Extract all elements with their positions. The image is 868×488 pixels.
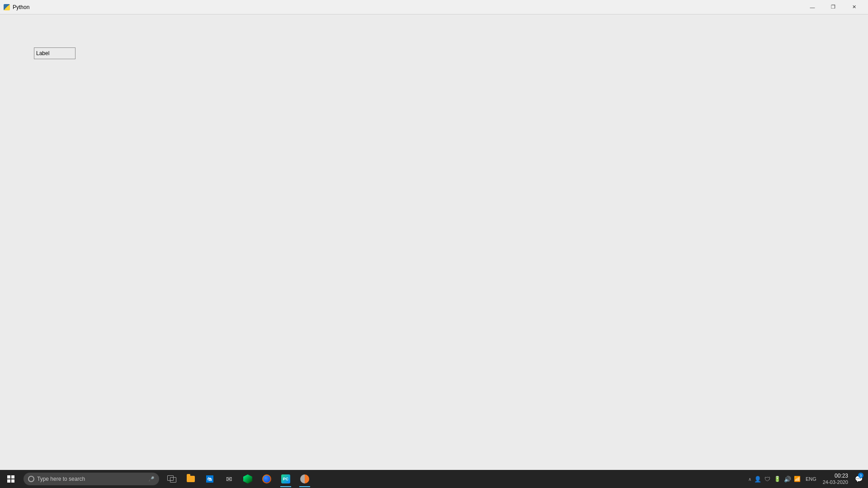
close-button[interactable]: ✕ (844, 0, 864, 14)
tray-icon-shield[interactable]: 🛡 (763, 470, 772, 488)
pycharm-icon: PC (281, 474, 290, 483)
store-icon: 🛍 (206, 475, 213, 483)
firefox-icon (262, 474, 271, 483)
language-indicator[interactable]: ENG (804, 476, 818, 482)
clock[interactable]: 00:23 24-03-2020 (820, 473, 851, 485)
search-placeholder: Type here to search (37, 476, 85, 482)
battery-icon: 🔋 (774, 476, 781, 482)
notification-button[interactable]: 💬 3 (853, 470, 864, 488)
maximize-button[interactable]: ❐ (823, 0, 844, 14)
task-view-icon (167, 475, 176, 483)
taskbar-right: ∧ 👤 🛡 🔋 🔊 📶 ENG 0 (745, 470, 868, 488)
volume-icon: 🔊 (784, 476, 791, 483)
taskbar-left: Type here to search 🎤 🛍 ✉ (0, 470, 314, 488)
label-widget: Label (34, 47, 75, 59)
tray-icon-connect[interactable]: 👤 (753, 470, 762, 488)
title-bar: Python — ❐ ✕ (0, 0, 868, 14)
microphone-icon: 🎤 (148, 476, 155, 482)
window-controls: — ❐ ✕ (802, 0, 864, 14)
taskbar-icon-task-view[interactable] (163, 470, 181, 488)
window-title: Python (13, 4, 29, 10)
main-content: Label (0, 14, 868, 470)
tray-icon-wifi[interactable]: 📶 (793, 470, 802, 488)
taskbar-icon-file-explorer[interactable] (182, 470, 200, 488)
tray-icon-battery[interactable]: 🔋 (773, 470, 782, 488)
taskbar-icon-mail[interactable]: ✉ (220, 470, 238, 488)
clock-date: 24-03-2020 (823, 479, 848, 485)
search-icon (28, 476, 34, 482)
taskbar-icon-pycharm[interactable]: PC (277, 470, 295, 488)
minimize-button[interactable]: — (802, 0, 823, 14)
taskbar-icon-jupyter[interactable] (296, 470, 314, 488)
taskbar-icon-predator[interactable] (239, 470, 257, 488)
taskbar-icon-store[interactable]: 🛍 (201, 470, 219, 488)
mail-icon: ✉ (226, 475, 232, 483)
tray-expand-icon[interactable]: ∧ (748, 477, 751, 482)
notification-badge: 3 (858, 473, 863, 478)
folder-icon (187, 476, 195, 482)
shield-icon: 🛡 (764, 476, 770, 483)
app-icon (4, 4, 10, 10)
title-bar-left: Python (4, 4, 29, 10)
label-text: Label (36, 50, 49, 56)
taskbar-icon-firefox[interactable] (258, 470, 276, 488)
taskbar: Type here to search 🎤 🛍 ✉ (0, 470, 868, 488)
clock-time: 00:23 (835, 473, 848, 479)
predator-icon (243, 474, 252, 483)
connect-icon: 👤 (754, 476, 761, 483)
tray-icons: 👤 🛡 🔋 🔊 📶 (753, 470, 802, 488)
start-button[interactable] (0, 470, 22, 488)
search-bar[interactable]: Type here to search 🎤 (24, 473, 159, 485)
tray-icon-volume[interactable]: 🔊 (783, 470, 792, 488)
jupyter-icon (300, 474, 309, 483)
windows-icon (7, 475, 14, 483)
wifi-icon: 📶 (794, 476, 801, 482)
taskbar-icons: 🛍 ✉ PC (163, 470, 314, 488)
